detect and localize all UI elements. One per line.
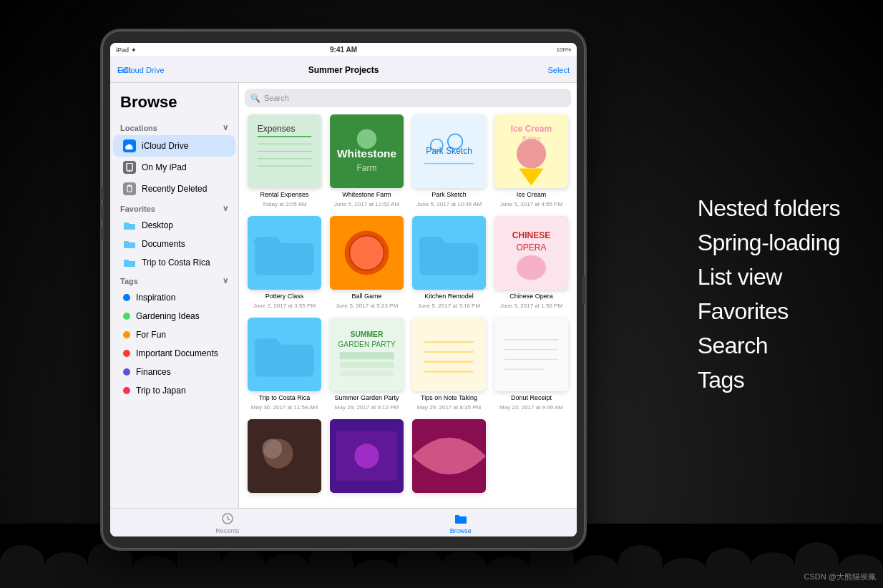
desktop-label: Desktop bbox=[142, 220, 173, 230]
tab-recents[interactable]: Recents bbox=[215, 511, 239, 534]
sidebar-item-ipad[interactable]: On My iPad bbox=[113, 157, 235, 178]
sidebar-item-trip[interactable]: Trip to Costa Rica bbox=[113, 253, 235, 272]
sidebar-tag-inspiration[interactable]: Inspiration bbox=[113, 288, 235, 307]
file-thumbnail bbox=[248, 419, 321, 493]
search-bar[interactable]: 🔍 Search bbox=[245, 89, 571, 107]
file-date: June 5, 2017 at 10:46 AM bbox=[416, 201, 482, 207]
side-buttons bbox=[100, 186, 104, 240]
browse-icon bbox=[454, 511, 468, 526]
list-item[interactable]: Kitchen Remodel June 5, 2017 at 3:16 PM bbox=[412, 216, 486, 309]
list-item[interactable]: SUMMERGARDEN PARTY Summer Garden Party M… bbox=[330, 318, 404, 411]
sidebar-tag-gardening[interactable]: Gardening Ideas bbox=[113, 307, 235, 325]
home-button[interactable] bbox=[582, 275, 587, 304]
file-thumbnail bbox=[412, 318, 486, 391]
content-area: Browse Locations ∨ iCloud Drive On bbox=[110, 83, 577, 508]
svg-point-1 bbox=[129, 170, 130, 171]
file-date: May 30, 2017 at 11:58 AM bbox=[251, 404, 318, 411]
list-item[interactable]: Trip to Costa Rica May 30, 2017 at 11:58… bbox=[248, 318, 321, 411]
file-name: Chinese Opera bbox=[509, 293, 553, 300]
sidebar-title: Browse bbox=[110, 90, 238, 119]
favorites-section-header: Favorites ∨ bbox=[110, 200, 238, 216]
svg-point-54 bbox=[354, 444, 379, 468]
status-icons: 100% bbox=[557, 46, 571, 53]
list-item[interactable] bbox=[248, 419, 321, 499]
file-thumbnail: Park Sketch bbox=[412, 114, 486, 188]
list-item[interactable]: WhitestoneFarm Whitestone Farm June 5, 2… bbox=[330, 114, 404, 207]
file-thumbnail bbox=[330, 216, 404, 290]
inspiration-tag-dot bbox=[123, 294, 130, 301]
sidebar-item-trash[interactable]: Recently Deleted bbox=[113, 178, 235, 200]
gardening-label: Gardening Ideas bbox=[136, 311, 200, 321]
tags-section-header: Tags ∨ bbox=[110, 272, 238, 288]
tags-chevron[interactable]: ∨ bbox=[223, 276, 228, 285]
file-thumbnail bbox=[330, 419, 404, 493]
list-item[interactable]: Expenses Rental Expenses Today at 3:05 A… bbox=[248, 114, 321, 207]
sidebar-tag-important[interactable]: Important Documents bbox=[113, 344, 235, 363]
recents-icon bbox=[220, 511, 235, 526]
nav-edit-button[interactable]: Edit bbox=[117, 66, 131, 74]
recently-deleted-label: Recently Deleted bbox=[142, 184, 207, 194]
file-thumbnail: Expenses bbox=[248, 114, 321, 188]
sidebar-item-icloud[interactable]: iCloud Drive bbox=[113, 135, 235, 157]
audience-head bbox=[574, 555, 618, 588]
folder-thumbnail bbox=[248, 318, 321, 391]
list-item[interactable]: Ice CreamSales Ice Cream June 5, 2017 at… bbox=[494, 114, 568, 207]
file-name: Ball Game bbox=[351, 293, 381, 300]
svg-text:GARDEN PARTY: GARDEN PARTY bbox=[338, 340, 395, 348]
list-item[interactable]: Pottery Class June 2, 2017 at 3:55 PM bbox=[248, 216, 321, 309]
file-date: June 5, 2017 at 4:55 PM bbox=[500, 201, 562, 207]
list-item[interactable] bbox=[330, 419, 404, 499]
watermark: CSDN @大熊猫侯佩 bbox=[804, 572, 876, 582]
file-name: Rental Expenses bbox=[260, 191, 308, 198]
list-item[interactable]: Tips on Note Taking May 29, 2017 at 8:35… bbox=[412, 318, 486, 411]
features-panel: Nested folders Spring-loading List view … bbox=[698, 191, 840, 397]
list-item[interactable]: Park Sketch Park Sketch June 5, 2017 at … bbox=[412, 114, 486, 207]
sidebar-item-documents[interactable]: Documents bbox=[113, 235, 235, 253]
locations-section-header: Locations ∨ bbox=[110, 119, 238, 135]
important-label: Important Documents bbox=[136, 348, 218, 358]
file-date: May 29, 2017 at 9:12 PM bbox=[335, 404, 399, 411]
audience-head bbox=[353, 559, 398, 588]
audience-head bbox=[132, 556, 177, 588]
file-thumbnail: SUMMERGARDEN PARTY bbox=[330, 318, 404, 391]
japan-label: Trip to Japan bbox=[136, 386, 186, 396]
file-date: June 5, 2017 at 5:23 PM bbox=[336, 303, 398, 309]
file-date: June 2, 2017 at 3:55 PM bbox=[253, 303, 316, 309]
locations-chevron[interactable]: ∨ bbox=[223, 123, 228, 132]
audience-head bbox=[44, 552, 89, 588]
ipad-label-item: On My iPad bbox=[142, 162, 187, 172]
recents-label: Recents bbox=[215, 527, 239, 534]
list-item[interactable] bbox=[412, 419, 486, 499]
nav-select-button[interactable]: Select bbox=[547, 66, 570, 74]
sidebar-tag-finances[interactable]: Finances bbox=[113, 363, 235, 381]
favorites-label: Favorites bbox=[120, 205, 155, 213]
audience-head bbox=[0, 545, 44, 588]
files-area: 🔍 Search Expenses Rental Expenses Today … bbox=[239, 83, 577, 508]
svg-line-58 bbox=[228, 519, 230, 520]
documents-folder-icon bbox=[123, 239, 136, 249]
favorites-chevron[interactable]: ∨ bbox=[223, 204, 228, 213]
svg-text:SUMMER: SUMMER bbox=[351, 330, 384, 338]
audience-head bbox=[265, 554, 309, 588]
list-item[interactable]: Donut Receipt May 23, 2017 at 9:49 AM bbox=[494, 318, 568, 411]
search-placeholder: Search bbox=[264, 94, 289, 102]
sidebar-item-desktop[interactable]: Desktop bbox=[113, 216, 235, 235]
sidebar: Browse Locations ∨ iCloud Drive On bbox=[110, 83, 239, 508]
sidebar-tag-fun[interactable]: For Fun bbox=[113, 325, 235, 344]
file-thumbnail: WhitestoneFarm bbox=[330, 114, 404, 188]
tab-browse[interactable]: Browse bbox=[450, 511, 472, 534]
file-name: Park Sketch bbox=[431, 191, 467, 198]
file-name: Ice Cream bbox=[517, 191, 547, 198]
list-item[interactable]: CHINESEOPERA Chinese Opera June 5, 2017 … bbox=[494, 216, 568, 309]
svg-text:Park Sketch: Park Sketch bbox=[426, 146, 472, 156]
svg-point-32 bbox=[517, 255, 546, 280]
folder-thumbnail bbox=[248, 216, 321, 290]
file-date: May 29, 2017 at 8:35 PM bbox=[417, 404, 481, 411]
sidebar-tag-japan[interactable]: Trip to Japan bbox=[113, 381, 235, 400]
trip-costa-rica-label: Trip to Costa Rica bbox=[142, 258, 210, 268]
list-item[interactable]: Ball Game June 5, 2017 at 5:23 PM bbox=[330, 216, 404, 309]
status-bar: iPad ✦ 9:41 AM 100% bbox=[110, 43, 577, 57]
file-name: Donut Receipt bbox=[511, 394, 552, 401]
file-date: June 5, 2017 at 3:16 PM bbox=[418, 303, 480, 309]
svg-rect-39 bbox=[412, 318, 486, 391]
